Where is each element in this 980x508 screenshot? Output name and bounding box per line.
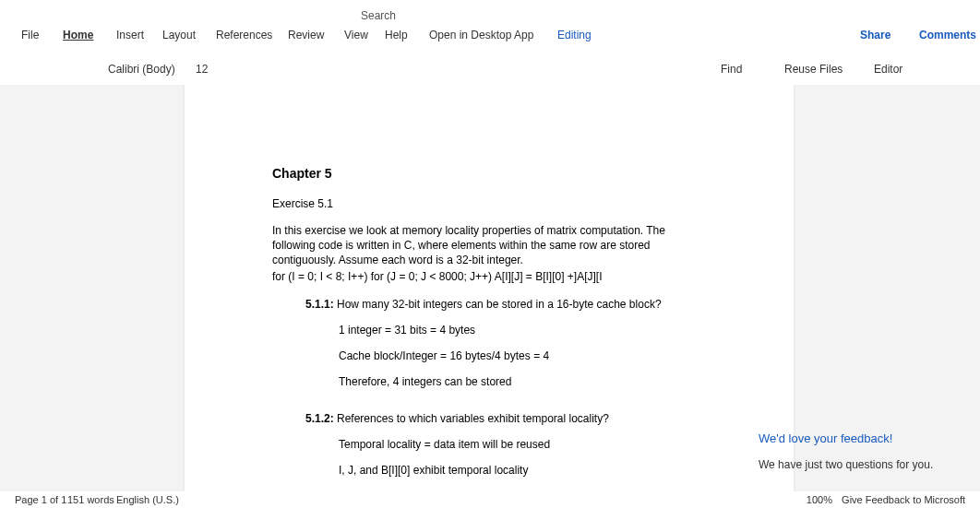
answer-line: Therefore, 4 integers can be stored <box>339 375 703 388</box>
status-bar: Page 1 of 1 151 words English (U.S.) 100… <box>0 492 980 508</box>
answer-block: 1 integer = 31 bits = 4 bytes Cache bloc… <box>339 324 703 388</box>
editing-mode-button[interactable]: Editing <box>557 29 592 41</box>
answer-line: 1 integer = 31 bits = 4 bytes <box>339 324 703 337</box>
status-zoom[interactable]: 100% <box>807 494 832 505</box>
document-page[interactable]: Chapter 5 Exercise 5.1 In this exercise … <box>185 85 794 491</box>
answer-line: I, J, and B[I][0] exhibit temporal local… <box>339 464 703 477</box>
question-5-1-1: 5.1.1: How many 32-bit integers can be s… <box>305 298 703 388</box>
question-5-1-2: 5.1.2: References to which variables exh… <box>305 412 703 477</box>
status-page[interactable]: Page 1 of 1 <box>15 494 66 505</box>
intro-paragraph: In this exercise we look at memory local… <box>272 223 703 268</box>
answer-line: Cache block/Integer = 16 bytes/4 bytes =… <box>339 349 703 362</box>
feedback-title: We'd love your feedback! <box>759 431 943 445</box>
chapter-title: Chapter 5 <box>272 166 703 181</box>
font-size-select[interactable]: 12 <box>196 63 208 76</box>
tab-file[interactable]: File <box>14 25 46 45</box>
document-canvas[interactable]: Chapter 5 Exercise 5.1 In this exercise … <box>0 85 980 491</box>
open-desktop-button[interactable]: Open in Desktop App <box>429 29 533 41</box>
answer-line: Temporal locality = data item will be re… <box>339 438 703 451</box>
tab-help[interactable]: Help <box>377 25 415 45</box>
search-box[interactable]: Search <box>361 9 396 22</box>
editor-button[interactable]: Editor <box>874 63 902 76</box>
tab-view[interactable]: View <box>337 25 376 45</box>
tab-references[interactable]: References <box>209 25 280 45</box>
question-header: 5.1.1: How many 32-bit integers can be s… <box>305 298 703 311</box>
answer-block: Temporal locality = data item will be re… <box>339 438 703 477</box>
status-language[interactable]: English (U.S.) <box>116 494 179 505</box>
feedback-text: We have just two questions for you. <box>759 458 943 471</box>
share-button[interactable]: Share <box>860 29 890 41</box>
tab-home[interactable]: Home <box>55 25 101 45</box>
feedback-panel[interactable]: We'd love your feedback! We have just tw… <box>759 431 943 471</box>
font-name-select[interactable]: Calibri (Body) <box>108 63 175 76</box>
code-line: for (I = 0; I < 8; I++) for (J = 0; J < … <box>272 270 703 283</box>
tab-insert[interactable]: Insert <box>109 25 151 45</box>
question-header: 5.1.2: References to which variables exh… <box>305 412 703 425</box>
question-text: References to which variables exhibit te… <box>334 412 609 425</box>
find-button[interactable]: Find <box>721 63 742 76</box>
tab-review[interactable]: Review <box>281 25 331 45</box>
question-number: 5.1.1: <box>305 298 334 311</box>
reuse-files-button[interactable]: Reuse Files <box>784 63 843 76</box>
tab-layout[interactable]: Layout <box>155 25 203 45</box>
status-word-count[interactable]: 151 words <box>67 494 114 505</box>
exercise-label: Exercise 5.1 <box>272 197 703 210</box>
question-number: 5.1.2: <box>305 412 334 425</box>
comments-button[interactable]: Comments <box>919 29 976 41</box>
status-feedback-link[interactable]: Give Feedback to Microsoft <box>842 494 965 505</box>
question-text: How many 32-bit integers can be stored i… <box>334 298 662 311</box>
